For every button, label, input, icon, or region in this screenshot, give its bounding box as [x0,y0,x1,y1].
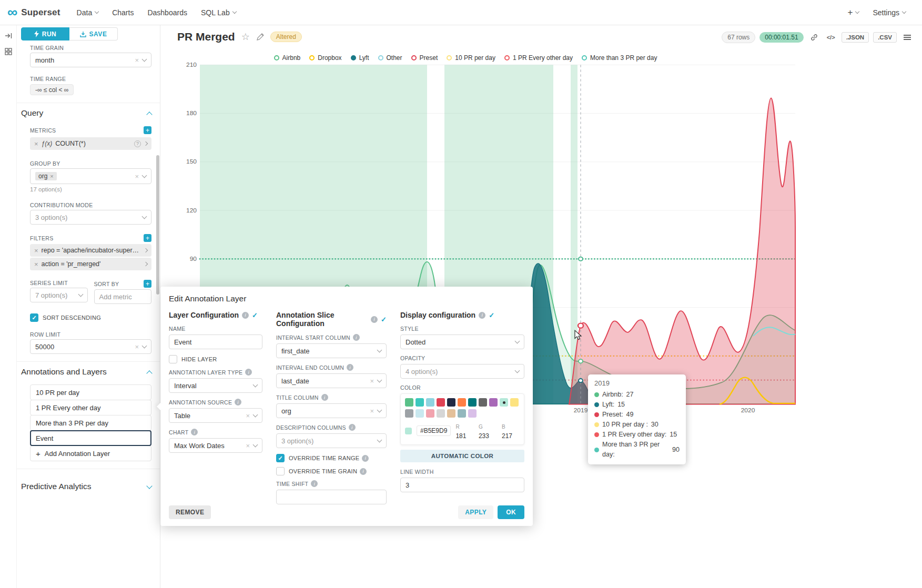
nav-charts[interactable]: Charts [112,8,134,17]
chevron-up-icon[interactable] [146,111,152,117]
color-swatch[interactable] [458,398,466,407]
info-icon[interactable] [245,369,252,376]
color-swatch[interactable] [405,409,413,418]
info-icon[interactable] [349,424,356,431]
color-swatch[interactable] [458,409,466,418]
sidebar-scrollbar[interactable] [156,155,159,295]
clear-icon[interactable] [246,412,250,419]
color-swatch[interactable] [479,398,487,407]
color-swatch-selected[interactable] [500,398,508,407]
metric-pill[interactable]: ƒ(x) COUNT(*) ? [30,137,151,150]
color-swatch[interactable] [426,409,434,418]
predictive-section-header[interactable]: Predictive Analytics [21,482,151,491]
override-time-grain-checkbox[interactable] [276,467,285,475]
altered-badge[interactable]: Altered [270,32,302,42]
annotation-source-select[interactable]: Table [169,408,262,423]
hide-layer-checkbox[interactable] [169,355,177,363]
settings-menu[interactable]: Settings [873,8,906,17]
nav-dashboards[interactable]: Dashboards [147,8,187,17]
query-section-header[interactable]: Query [21,108,151,118]
color-swatch[interactable] [416,409,424,418]
annotation-layer-item[interactable]: 10 PR per day [30,384,151,400]
legend-item[interactable]: 1 PR Every other day [504,54,573,62]
clear-icon[interactable] [135,57,139,64]
title-column-select[interactable]: org [276,403,387,418]
export-json-button[interactable]: .JSON [842,32,869,43]
series-limit-select[interactable]: 7 option(s) [30,288,88,302]
remove-button[interactable]: REMOVE [169,505,211,519]
contribution-mode-select[interactable]: 3 option(s) [30,210,151,225]
time-grain-select[interactable]: month [30,53,151,67]
time-range-value[interactable]: -∞ ≤ col < ∞ [30,84,74,95]
remove-icon[interactable] [34,260,38,268]
ok-button[interactable]: OK [498,505,524,519]
add-annotation-layer-button[interactable]: Add Annotation Layer [30,445,151,461]
color-swatch[interactable] [416,398,424,407]
annotation-layer-item-selected[interactable]: Event [30,430,151,446]
legend-item[interactable]: Preset [411,54,438,62]
clear-icon[interactable] [135,173,139,180]
new-item-button[interactable]: + [847,7,859,18]
filter-pill-action[interactable]: action = 'pr_merged' [30,258,151,270]
color-swatch[interactable] [489,398,498,407]
info-icon[interactable] [371,316,378,323]
color-swatch[interactable] [447,398,455,407]
r-value[interactable]: 181 [455,432,466,440]
color-swatch[interactable] [405,398,413,407]
legend-item[interactable]: More than 3 PR per day [582,54,657,62]
info-icon[interactable] [479,312,485,319]
favorite-star-icon[interactable] [241,31,250,43]
apply-button[interactable]: APPLY [458,505,493,519]
line-width-input[interactable] [400,478,524,492]
info-icon[interactable] [242,312,249,319]
g-value[interactable]: 233 [479,432,489,440]
color-swatch[interactable] [510,398,519,407]
remove-icon[interactable] [50,173,53,180]
annotation-layer-item[interactable]: More than 3 PR per day [30,415,151,431]
automatic-color-button[interactable]: AUTOMATIC COLOR [400,450,524,462]
edit-pencil-icon[interactable] [256,33,264,41]
description-columns-select[interactable]: 3 option(s) [276,433,387,448]
nav-sql-lab[interactable]: SQL Lab [201,8,236,17]
annotation-layer-item[interactable]: 1 PR Every other day [30,400,151,415]
remove-icon[interactable] [34,140,38,148]
clear-icon[interactable] [370,408,374,414]
hex-value-input[interactable]: #B5E9D9 [417,425,451,436]
color-swatch[interactable] [437,409,445,418]
chevron-down-icon[interactable] [146,483,152,489]
share-link-button[interactable] [808,32,820,43]
color-swatch[interactable] [468,398,477,407]
color-swatch[interactable] [426,398,434,407]
view-query-button[interactable]: </> [825,32,837,43]
add-filter-button[interactable] [144,234,151,242]
legend-item[interactable]: Other [378,54,402,62]
run-button[interactable]: RUN [21,27,69,40]
clear-icon[interactable] [135,343,139,350]
style-select[interactable]: Dotted [400,334,524,349]
info-icon[interactable] [191,429,198,435]
group-by-select[interactable]: org [30,168,151,184]
export-csv-button[interactable]: .CSV [873,32,897,43]
info-icon[interactable] [347,364,353,371]
chevron-up-icon[interactable] [146,370,152,376]
info-icon[interactable] [353,334,360,341]
add-metric-button[interactable] [144,126,151,134]
legend-item[interactable]: 10 PR per day [447,54,495,62]
filter-pill-repo[interactable]: repo = 'apache/incubator-supers... [30,244,151,257]
legend-item[interactable]: Airbnb [274,54,301,62]
save-button[interactable]: SAVE [69,27,118,40]
color-swatch[interactable] [447,409,455,418]
info-icon[interactable] [360,468,367,475]
clear-icon[interactable] [246,442,250,449]
interval-end-select[interactable]: last_date [276,373,387,388]
name-input[interactable] [169,334,262,349]
dataset-grid-icon[interactable] [4,47,13,56]
color-swatch[interactable] [437,398,445,407]
info-icon[interactable] [321,394,328,401]
clear-icon[interactable] [370,378,374,384]
opacity-select[interactable]: 4 option(s) [400,364,524,379]
b-value[interactable]: 217 [502,432,512,440]
sort-descending-checkbox[interactable] [30,313,38,322]
override-time-range-checkbox[interactable] [276,454,285,462]
legend-item[interactable]: Lyft [351,54,369,62]
